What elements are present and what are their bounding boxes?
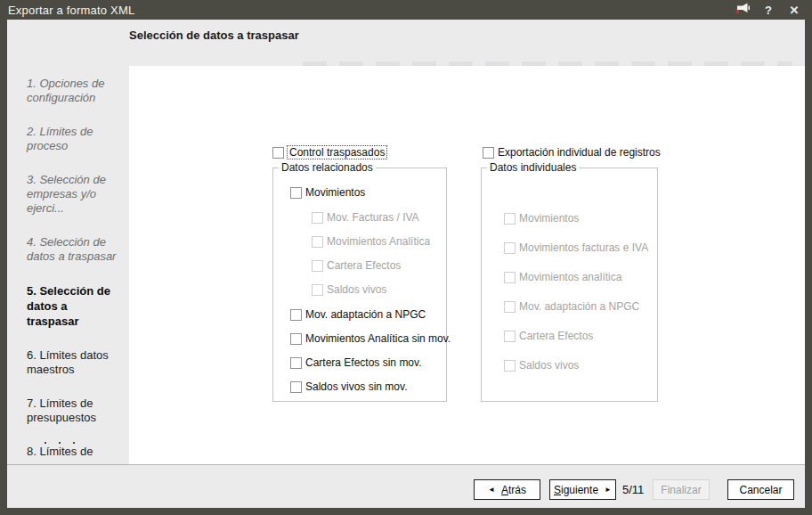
checkbox-label: Movimientos Analítica: [327, 235, 430, 248]
datos-relacionados-group: Datos relacionados Movimientos Mov. Fact…: [272, 168, 447, 402]
cartera-efectos-sin-mov-checkbox[interactable]: [290, 357, 302, 369]
movimientos-analitica-sin-mov-checkbox[interactable]: [290, 333, 302, 345]
checkbox-label: Cartera Efectos: [519, 330, 593, 342]
window-title: Exportar a formato XML: [0, 4, 134, 17]
help-icon[interactable]: ?: [761, 4, 775, 17]
ind-movimientos-facturas-iva-checkbox: [504, 242, 516, 254]
page-title: Selección de datos a traspasar: [129, 29, 299, 42]
step-7: 7. Límites de presupuestos: [27, 396, 119, 425]
checkbox-row: Movimientos Analítica: [312, 235, 430, 248]
checkbox-row: Cartera Efectos sin mov.: [290, 356, 422, 369]
checkbox-label: Mov. adaptación a NPGC: [519, 300, 639, 313]
checkbox-label: Movimientos analítica: [519, 271, 621, 283]
arrow-left-icon: ◄: [488, 486, 495, 494]
checkbox-label: Saldos vivos: [519, 359, 579, 372]
checkbox-row: Movimientos: [504, 212, 579, 225]
exportacion-individual-label[interactable]: Exportación individual de registros: [498, 146, 661, 159]
export-xml-wizard-window: Exportar a formato XML ? ✕ Selección de …: [0, 0, 812, 515]
finish-button-label: Finalizar: [661, 484, 701, 496]
datos-individuales-group: Datos individuales Movimientos Movimient…: [481, 168, 658, 402]
arrow-right-icon: ►: [605, 486, 612, 494]
checkbox-row: Saldos vivos: [504, 359, 579, 372]
step-1: 1. Opciones de configuración: [27, 77, 119, 105]
ind-movimientos-checkbox: [504, 213, 516, 225]
checkbox-row: Movimientos: [290, 186, 365, 199]
client-area: Selección de datos a traspasar 1. Opcion…: [7, 20, 805, 508]
cancel-button[interactable]: Cancelar: [727, 479, 794, 500]
announcement-icon[interactable]: [735, 3, 750, 17]
checkbox-label: Saldos vivos: [327, 283, 386, 296]
checkbox-row: Movimientos facturas e IVA: [504, 241, 648, 254]
step-2: 2. Límites de proceso: [27, 125, 119, 153]
checkbox-label: Movimientos facturas e IVA: [519, 241, 648, 254]
checkbox-label[interactable]: Movimientos Analítica sin mov.: [305, 332, 451, 345]
wizard-footer: ◄ Atrás Siguiente ► 5/11 Finalizar Cance…: [7, 464, 805, 508]
close-icon[interactable]: ✕: [787, 4, 801, 17]
checkbox-row: Cartera Efectos: [312, 259, 401, 272]
finish-button: Finalizar: [653, 479, 710, 500]
checkbox-row: Saldos vivos sin mov.: [290, 380, 408, 393]
step-3: 3. Selección de empresas y/o ejerci...: [27, 173, 119, 216]
content-panel: Control traspasados Exportación individu…: [129, 66, 805, 464]
checkbox-label[interactable]: Mov. adaptación a NPGC: [305, 308, 426, 321]
checkbox-label[interactable]: Movimientos: [305, 186, 365, 199]
ind-mov-adaptacion-npgc-checkbox: [504, 301, 516, 313]
page-header: Selección de datos a traspasar: [7, 20, 805, 66]
checkbox-row: Movimientos analítica: [504, 271, 621, 283]
control-traspasados-checkbox[interactable]: [272, 147, 284, 159]
checkbox-row: Movimientos Analítica sin mov.: [290, 332, 451, 345]
back-button-label: Atrás: [501, 484, 526, 496]
page-indicator: 5/11: [622, 483, 644, 496]
ind-movimientos-analitica-checkbox: [504, 272, 516, 283]
checkbox-label: Cartera Efectos: [327, 259, 401, 272]
checkbox-row: Cartera Efectos: [504, 330, 593, 342]
checkbox-row: Mov. adaptación a NPGC: [504, 300, 639, 313]
clipped-step-text: [45, 442, 46, 444]
checkbox-label[interactable]: Saldos vivos sin mov.: [305, 380, 408, 393]
cartera-efectos-checkbox: [312, 260, 323, 272]
exportacion-individual-checkbox[interactable]: [483, 147, 494, 159]
step-5-current: 5. Selección de datos a traspasar: [27, 283, 119, 329]
cancel-button-label: Cancelar: [739, 484, 782, 496]
titlebar: Exportar a formato XML ? ✕: [0, 0, 812, 20]
step-8: 8. Límites de: [27, 445, 119, 459]
checkbox-label[interactable]: Cartera Efectos sin mov.: [305, 356, 422, 369]
saldos-vivos-sin-mov-checkbox[interactable]: [290, 381, 302, 393]
control-traspasados-row: Control traspasados: [272, 146, 387, 159]
ind-cartera-efectos-checkbox: [504, 331, 516, 342]
datos-individuales-title: Datos individuales: [487, 161, 579, 174]
step-6: 6. Límites datos maestros: [27, 348, 119, 377]
mov-facturas-iva-checkbox: [312, 212, 323, 224]
movimientos-analitica-checkbox: [312, 236, 323, 248]
control-traspasados-label[interactable]: Control traspasados: [287, 145, 387, 159]
ind-saldos-vivos-checkbox: [504, 360, 516, 372]
movimientos-checkbox[interactable]: [290, 187, 302, 199]
saldos-vivos-checkbox: [312, 284, 323, 296]
checkbox-label: Movimientos: [519, 212, 579, 225]
exportacion-individual-row: Exportación individual de registros: [483, 146, 661, 159]
checkbox-row: Saldos vivos: [312, 283, 386, 296]
mov-adaptacion-npgc-checkbox[interactable]: [290, 309, 302, 321]
datos-relacionados-title: Datos relacionados: [279, 161, 376, 174]
wizard-steps-sidebar: 1. Opciones de configuración 2. Límites …: [7, 66, 129, 464]
checkbox-label: Mov. Facturas / IVA: [327, 211, 419, 224]
next-button[interactable]: Siguiente ►: [549, 479, 616, 500]
back-button[interactable]: ◄ Atrás: [474, 479, 540, 500]
checkbox-row: Mov. Facturas / IVA: [312, 211, 419, 224]
next-button-label: Siguiente: [554, 484, 598, 496]
step-4: 4. Selección de datos a traspasar: [27, 235, 119, 264]
checkbox-row: Mov. adaptación a NPGC: [290, 308, 426, 321]
